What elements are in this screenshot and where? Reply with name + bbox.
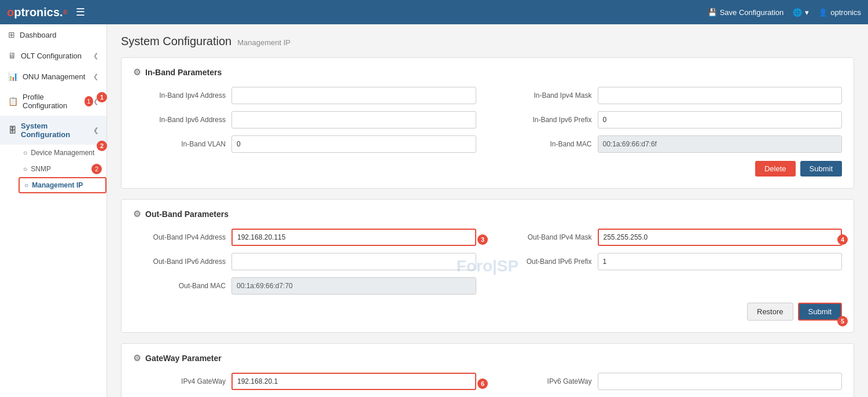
- inband-button-row: Delete Submit: [133, 161, 842, 177]
- save-icon: 💾: [708, 8, 717, 17]
- page-subtitle: Management IP: [237, 38, 290, 47]
- gateway-section-icon: ⚙: [133, 353, 141, 363]
- navbar-left: o ptronics. ® ☰: [7, 6, 85, 19]
- outband-ipv6-prefix-input[interactable]: [598, 253, 843, 270]
- inband-vlan-row: In-Band VLAN: [133, 135, 476, 153]
- inband-ipv6-addr-label: In-Band Ipv6 Address: [133, 116, 226, 124]
- inband-right-col: In-Band Ipv4 Mask In-Band Ipv6 Prefix In…: [499, 87, 843, 153]
- device-mgmt-label: Device Management: [31, 149, 94, 157]
- inband-delete-button[interactable]: Delete: [755, 161, 796, 177]
- gateway-section-header: ⚙ GateWay Parameter: [133, 353, 842, 363]
- profile-badge: 1: [84, 96, 93, 106]
- outband-ipv4-mask-row: Out-Band IPv4 Mask: [499, 229, 843, 246]
- system-icon: 🗄: [8, 126, 16, 135]
- save-config-label: Save Configuration: [720, 8, 784, 17]
- sidebar-sub-device-mgmt[interactable]: ○ Device Management: [19, 145, 106, 161]
- outband-section: 3 4 5 Foro|SP ⚙ Out-Band Parameters Out-…: [121, 199, 854, 333]
- main-content: System Configuration Management IP ⚙ In-…: [107, 24, 868, 397]
- profile-chevron-icon: ❮: [93, 98, 98, 105]
- circle-icon-device: ○: [23, 149, 27, 157]
- inband-vlan-input[interactable]: [231, 135, 476, 153]
- sidebar-sub-mgmt-ip[interactable]: ○ Management IP: [19, 177, 106, 193]
- sidebar-sub-snmp[interactable]: ○ SNMP 2: [19, 161, 106, 177]
- outband-ipv6-prefix-row: Out-Band IPv6 Prefix: [499, 253, 843, 270]
- outband-ipv4-addr-input[interactable]: [231, 229, 476, 246]
- inband-ipv4-addr-label: In-Band Ipv4 Address: [133, 91, 226, 100]
- inband-ipv6-addr-row: In-Band Ipv6 Address: [133, 111, 476, 128]
- sidebar: ⊞ Dashboard 🖥 OLT Configuration ❮ 📊 ONU …: [0, 24, 107, 397]
- inband-form: In-Band Ipv4 Address In-Band Ipv6 Addres…: [133, 87, 842, 153]
- inband-submit-button[interactable]: Submit: [800, 161, 842, 177]
- ipv4-gw-input[interactable]: [231, 373, 476, 390]
- olt-chevron-icon: ❮: [93, 52, 98, 60]
- ipv6-gw-row: IPv6 GateWay: [499, 373, 843, 390]
- page-header: System Configuration Management IP: [121, 35, 854, 48]
- hamburger-button[interactable]: ☰: [76, 6, 85, 19]
- onu-chevron-icon: ❮: [93, 73, 98, 80]
- logo-tm: ®: [63, 9, 68, 16]
- inband-mac-label: In-Band MAC: [499, 140, 592, 148]
- sidebar-item-system-config[interactable]: 🗄 System Configuration ❮: [0, 116, 106, 145]
- system-config-submenu: ○ Device Management ○ SNMP 2 ○ Managemen…: [0, 145, 106, 193]
- ipv6-gw-label: IPv6 GateWay: [499, 377, 592, 385]
- inband-ipv6-addr-input[interactable]: [231, 111, 476, 128]
- save-config-button[interactable]: 💾 Save Configuration: [708, 8, 784, 17]
- inband-vlan-label: In-Band VLAN: [133, 140, 226, 148]
- sidebar-item-onu-mgmt[interactable]: 📊 ONU Management ❮: [0, 66, 106, 87]
- ipv6-gw-input[interactable]: [598, 373, 843, 390]
- gateway-section: 6 7 ⚙ GateWay Parameter IPv4 GateWay: [121, 343, 854, 397]
- logo-suffix: ptronics.: [14, 6, 62, 19]
- sidebar-item-dashboard-label: Dashboard: [20, 31, 57, 39]
- olt-icon: 🖥: [8, 51, 16, 60]
- outband-right-col: Out-Band IPv4 Mask Out-Band IPv6 Prefix: [499, 229, 843, 295]
- ipv4-gw-label: IPv4 GateWay: [133, 377, 226, 385]
- circle-icon-snmp: ○: [23, 165, 27, 173]
- outband-ipv4-addr-label: Out-Band IPv4 Address: [133, 233, 226, 241]
- layout: ⊞ Dashboard 🖥 OLT Configuration ❮ 📊 ONU …: [0, 24, 868, 397]
- outband-section-header: ⚙ Out-Band Parameters: [133, 209, 842, 219]
- outband-ipv4-addr-row: Out-Band IPv4 Address: [133, 229, 476, 246]
- inband-left-col: In-Band Ipv4 Address In-Band Ipv6 Addres…: [133, 87, 476, 153]
- inband-section: ⚙ In-Band Parameters In-Band Ipv4 Addres…: [121, 57, 854, 189]
- outband-button-row: Restore Submit: [133, 303, 842, 321]
- profile-icon: 📋: [8, 97, 18, 106]
- outband-ipv4-mask-input[interactable]: [598, 229, 843, 246]
- outband-mac-label: Out-Band MAC: [133, 282, 226, 290]
- onu-icon: 📊: [8, 72, 18, 81]
- user-icon: 👤: [818, 8, 827, 17]
- inband-mac-row: In-Band MAC: [499, 135, 843, 153]
- sidebar-item-profile-label: Profile Configuration: [23, 93, 81, 110]
- outband-ipv6-addr-input[interactable]: [231, 253, 476, 270]
- dashboard-icon: ⊞: [8, 30, 15, 39]
- logo-o: o: [7, 6, 14, 19]
- snmp-badge: 2: [91, 164, 102, 174]
- circle-icon-mgmt-ip: ○: [24, 181, 28, 189]
- sidebar-item-olt-config[interactable]: 🖥 OLT Configuration ❮: [0, 45, 106, 66]
- snmp-label: SNMP: [31, 165, 51, 173]
- inband-ipv4-mask-row: In-Band Ipv4 Mask: [499, 87, 843, 104]
- inband-ipv4-mask-input[interactable]: [598, 87, 843, 104]
- outband-mac-row: Out-Band MAC: [133, 277, 476, 295]
- sidebar-item-profile-config[interactable]: 📋 Profile Configuration 1 ❮: [0, 87, 106, 116]
- outband-submit-button[interactable]: Submit: [798, 303, 842, 321]
- outband-mac-input: [231, 277, 476, 295]
- gateway-title: GateWay Parameter: [145, 354, 222, 363]
- language-button[interactable]: 🌐 ▾: [793, 8, 809, 17]
- inband-ipv4-addr-row: In-Band Ipv4 Address: [133, 87, 476, 104]
- inband-section-header: ⚙ In-Band Parameters: [133, 67, 842, 78]
- globe-icon: 🌐: [793, 8, 802, 17]
- inband-mac-input: [598, 135, 843, 153]
- inband-ipv6-prefix-input[interactable]: [598, 111, 843, 128]
- sidebar-item-dashboard[interactable]: ⊞ Dashboard: [0, 24, 106, 45]
- sidebar-item-onu-label: ONU Management: [23, 72, 85, 81]
- inband-ipv4-addr-input[interactable]: [231, 87, 476, 104]
- outband-section-icon: ⚙: [133, 209, 141, 219]
- inband-title: In-Band Parameters: [145, 68, 222, 77]
- inband-section-icon: ⚙: [133, 67, 141, 78]
- inband-ipv6-prefix-row: In-Band Ipv6 Prefix: [499, 111, 843, 128]
- user-menu[interactable]: 👤 optronics: [818, 8, 861, 17]
- outband-ipv4-mask-label: Out-Band IPv4 Mask: [499, 233, 592, 241]
- system-chevron-icon: ❮: [93, 127, 98, 134]
- username-label: optronics: [830, 8, 861, 17]
- outband-restore-button[interactable]: Restore: [747, 303, 793, 321]
